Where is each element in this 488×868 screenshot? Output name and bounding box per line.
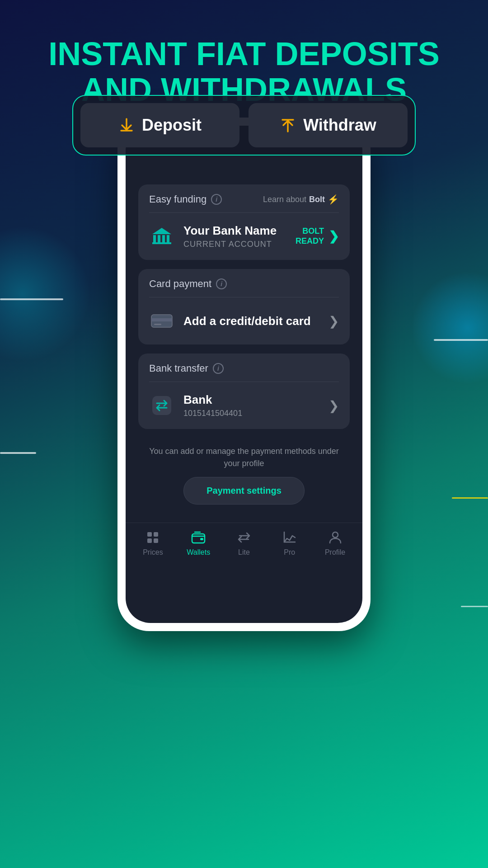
nav-item-wallets[interactable]: Wallets bbox=[176, 530, 221, 557]
bg-line-left2 bbox=[0, 452, 36, 454]
nav-item-pro[interactable]: Pro bbox=[267, 530, 312, 557]
bank-item[interactable]: Your Bank Name CURRENT ACCOUNT BOLT READ… bbox=[138, 213, 350, 260]
bolt-lightning-icon: ⚡ bbox=[328, 194, 339, 205]
svg-rect-8 bbox=[154, 324, 161, 325]
bg-line-right3 bbox=[461, 606, 488, 607]
easy-funding-label: Easy funding bbox=[149, 193, 206, 205]
svg-rect-0 bbox=[153, 235, 156, 242]
easy-funding-header: Easy funding i Learn about Bolt ⚡ bbox=[138, 184, 350, 212]
svg-rect-3 bbox=[167, 235, 169, 242]
phone-inner: Easy funding i Learn about Bolt ⚡ bbox=[126, 126, 362, 623]
transfer-info: Bank 1015141504401 bbox=[183, 393, 319, 418]
bolt-ready-text: BOLT READY bbox=[296, 226, 324, 246]
add-card-label: Add a credit/debit card bbox=[183, 314, 319, 328]
nav-item-profile[interactable]: Profile bbox=[312, 530, 358, 557]
bottom-nav: Prices Wallets bbox=[126, 523, 362, 566]
wallets-label: Wallets bbox=[187, 548, 210, 557]
phone-outer: Easy funding i Learn about Bolt ⚡ bbox=[117, 118, 371, 631]
bank-transfer-label: Bank transfer bbox=[149, 363, 208, 374]
bg-glow-left bbox=[0, 226, 90, 362]
bolt-ready-line1: BOLT bbox=[296, 226, 324, 236]
card-payment-info-icon[interactable]: i bbox=[216, 278, 227, 289]
easy-funding-section: Easy funding i Learn about Bolt ⚡ bbox=[138, 184, 350, 260]
easy-funding-title: Easy funding i bbox=[149, 193, 222, 205]
bank-name: Your Bank Name bbox=[183, 224, 286, 238]
payment-settings-button[interactable]: Payment settings bbox=[183, 477, 305, 505]
profile-label: Profile bbox=[325, 548, 345, 557]
transfer-icon-wrap bbox=[149, 393, 174, 418]
svg-rect-10 bbox=[147, 532, 152, 537]
svg-rect-12 bbox=[147, 538, 152, 543]
learn-prefix: Learn about bbox=[263, 195, 306, 204]
bank-type: CURRENT ACCOUNT bbox=[183, 240, 286, 249]
svg-rect-9 bbox=[152, 396, 171, 415]
bank-transfer-title: Bank transfer i bbox=[149, 363, 224, 374]
card-chevron-icon: ❯ bbox=[328, 314, 339, 329]
svg-rect-5 bbox=[152, 242, 171, 244]
card-icon-wrap bbox=[149, 308, 174, 334]
nav-item-lite[interactable]: Lite bbox=[221, 530, 267, 557]
prices-icon bbox=[145, 530, 160, 545]
easy-funding-info-icon[interactable]: i bbox=[211, 194, 222, 205]
deposit-label: Deposit bbox=[142, 116, 202, 135]
transfer-bank-name: Bank bbox=[183, 393, 319, 407]
nav-item-prices[interactable]: Prices bbox=[130, 530, 176, 557]
header-line1: INSTANT FIAT DEPOSITS bbox=[0, 36, 488, 72]
learn-bolt-link[interactable]: Learn about Bolt ⚡ bbox=[263, 194, 339, 205]
prices-label: Prices bbox=[143, 548, 163, 557]
bank-transfer-section: Bank transfer i bbox=[138, 354, 350, 429]
bolt-ready-chevron-icon: ❯ bbox=[328, 229, 339, 244]
svg-marker-4 bbox=[152, 228, 171, 234]
bank-info: Your Bank Name CURRENT ACCOUNT bbox=[183, 224, 286, 249]
bg-line-right bbox=[434, 339, 488, 341]
bg-line-left bbox=[0, 298, 63, 300]
bg-line-right2 bbox=[452, 497, 488, 499]
phone-content: Easy funding i Learn about Bolt ⚡ bbox=[126, 126, 362, 523]
svg-rect-13 bbox=[154, 538, 158, 543]
bolt-ready-badge: BOLT READY ❯ bbox=[296, 226, 339, 246]
lite-icon bbox=[237, 530, 251, 545]
bank-transfer-header: Bank transfer i bbox=[138, 354, 350, 382]
wallets-icon bbox=[191, 530, 206, 545]
header-plain-1: INSTANT FIAT bbox=[48, 36, 275, 72]
withdraw-button[interactable]: Withdraw bbox=[249, 103, 408, 147]
lite-label: Lite bbox=[238, 548, 250, 557]
action-buttons-wrapper: Deposit Withdraw bbox=[72, 95, 416, 156]
bank-icon-wrap bbox=[149, 224, 174, 249]
withdraw-icon bbox=[280, 117, 296, 133]
svg-rect-15 bbox=[200, 538, 203, 540]
svg-rect-7 bbox=[151, 318, 172, 321]
footer-note: You can add or manage the payment method… bbox=[138, 438, 350, 477]
deposit-icon bbox=[118, 117, 135, 133]
header-highlight-1: DEPOSITS bbox=[275, 36, 440, 72]
svg-rect-2 bbox=[162, 235, 165, 242]
deposit-button[interactable]: Deposit bbox=[80, 103, 239, 147]
learn-bold: Bolt bbox=[309, 195, 325, 204]
add-card-item[interactable]: Add a credit/debit card ❯ bbox=[138, 297, 350, 344]
withdraw-label: Withdraw bbox=[303, 116, 376, 135]
svg-rect-11 bbox=[154, 532, 158, 537]
bank-transfer-item[interactable]: Bank 1015141504401 ❯ bbox=[138, 382, 350, 429]
card-payment-title: Card payment i bbox=[149, 278, 227, 290]
transfer-chevron-icon: ❯ bbox=[328, 398, 339, 413]
svg-point-16 bbox=[333, 532, 338, 538]
transfer-account-number: 1015141504401 bbox=[183, 409, 319, 418]
svg-rect-1 bbox=[158, 235, 160, 242]
card-payment-header: Card payment i bbox=[138, 269, 350, 297]
card-payment-label: Card payment bbox=[149, 278, 211, 290]
card-payment-section: Card payment i bbox=[138, 269, 350, 344]
pro-label: Pro bbox=[284, 548, 295, 557]
profile-icon bbox=[328, 530, 343, 545]
phone-mockup: Easy funding i Learn about Bolt ⚡ bbox=[117, 118, 371, 631]
bank-transfer-info-icon[interactable]: i bbox=[213, 363, 224, 374]
bolt-ready-line2: READY bbox=[296, 236, 324, 246]
bg-glow-right bbox=[411, 271, 488, 384]
pro-icon bbox=[282, 530, 297, 545]
